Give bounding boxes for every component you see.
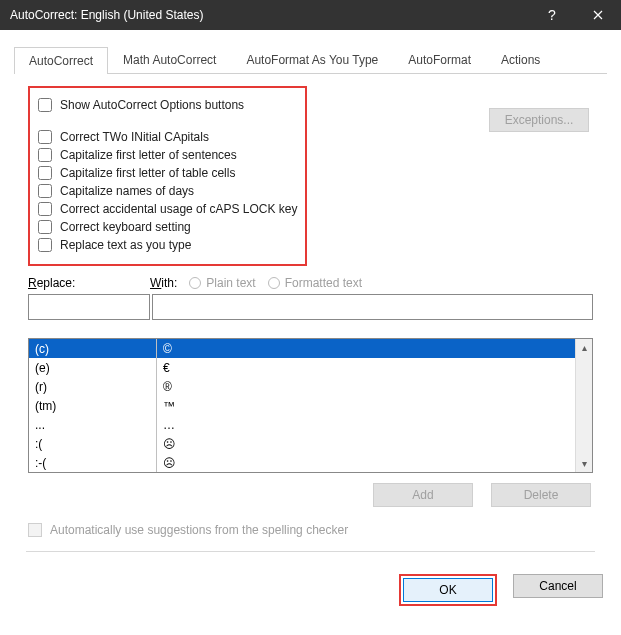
replace-table[interactable]: (c)©(e)€(r)®(tm)™...…:(☹:-(☹ ▴ ▾	[28, 338, 593, 473]
tab-autoformat-type[interactable]: AutoFormat As You Type	[231, 46, 393, 73]
table-row[interactable]: :(☹	[29, 434, 575, 453]
formatted-text-label: Formatted text	[285, 276, 362, 290]
table-cell-to: ®	[157, 377, 575, 396]
tab-bar: AutoCorrect Math AutoCorrect AutoFormat …	[14, 46, 607, 74]
cancel-button[interactable]: Cancel	[513, 574, 603, 598]
help-button[interactable]: ?	[529, 0, 575, 30]
exceptions-button: Exceptions...	[489, 108, 589, 132]
plain-text-radio	[189, 277, 201, 289]
formatted-text-radio	[268, 277, 280, 289]
replace-type-checkbox[interactable]	[38, 238, 52, 252]
table-scrollbar[interactable]: ▴ ▾	[575, 339, 592, 472]
caps-lock-label: Correct accidental usage of cAPS LOCK ke…	[60, 202, 297, 216]
table-cell-to: ☹	[157, 453, 575, 472]
show-options-label: Show AutoCorrect Options buttons	[60, 98, 244, 112]
show-options-checkbox[interactable]	[38, 98, 52, 112]
window-title: AutoCorrect: English (United States)	[10, 8, 529, 22]
table-cell-from: (tm)	[29, 396, 157, 415]
close-icon	[593, 10, 603, 20]
cap-days-checkbox[interactable]	[38, 184, 52, 198]
two-initial-label: Correct TWo INitial CApitals	[60, 130, 209, 144]
tab-autoformat[interactable]: AutoFormat	[393, 46, 486, 73]
table-row[interactable]: ...…	[29, 415, 575, 434]
caps-lock-checkbox[interactable]	[38, 202, 52, 216]
table-row[interactable]: :-(☹	[29, 453, 575, 472]
tab-actions[interactable]: Actions	[486, 46, 555, 73]
close-button[interactable]	[575, 0, 621, 30]
table-row[interactable]: (r)®	[29, 377, 575, 396]
auto-suggest-checkbox	[28, 523, 42, 537]
ok-button[interactable]: OK	[403, 578, 493, 602]
table-cell-from: :-(	[29, 453, 157, 472]
table-row[interactable]: (e)€	[29, 358, 575, 377]
cap-sentence-label: Capitalize first letter of sentences	[60, 148, 237, 162]
table-row[interactable]: (tm)™	[29, 396, 575, 415]
scroll-down-icon[interactable]: ▾	[576, 455, 592, 472]
dialog-footer: OK Cancel	[0, 564, 621, 620]
table-cell-from: (e)	[29, 358, 157, 377]
cap-days-label: Capitalize names of days	[60, 184, 194, 198]
options-highlight: Show AutoCorrect Options buttons Correct…	[28, 86, 307, 266]
scroll-up-icon[interactable]: ▴	[576, 339, 592, 356]
replace-type-label: Replace text as you type	[60, 238, 191, 252]
keyboard-checkbox[interactable]	[38, 220, 52, 234]
table-cell-to: ™	[157, 396, 575, 415]
table-cell-to: ©	[157, 339, 575, 358]
plain-text-label: Plain text	[206, 276, 255, 290]
table-cell-to: €	[157, 358, 575, 377]
with-input[interactable]	[152, 294, 593, 320]
cap-table-checkbox[interactable]	[38, 166, 52, 180]
ok-highlight: OK	[399, 574, 497, 606]
table-cell-to: …	[157, 415, 575, 434]
cap-sentence-checkbox[interactable]	[38, 148, 52, 162]
add-button: Add	[373, 483, 473, 507]
delete-button: Delete	[491, 483, 591, 507]
auto-suggest-label: Automatically use suggestions from the s…	[50, 523, 348, 537]
replace-label: Replace:	[28, 276, 150, 290]
title-bar: AutoCorrect: English (United States) ?	[0, 0, 621, 30]
table-cell-from: (c)	[29, 339, 157, 358]
two-initial-checkbox[interactable]	[38, 130, 52, 144]
tab-math-autocorrect[interactable]: Math AutoCorrect	[108, 46, 231, 73]
table-cell-to: ☹	[157, 434, 575, 453]
keyboard-label: Correct keyboard setting	[60, 220, 191, 234]
table-cell-from: ...	[29, 415, 157, 434]
with-label: With:	[150, 276, 177, 290]
table-cell-from: (r)	[29, 377, 157, 396]
cap-table-label: Capitalize first letter of table cells	[60, 166, 235, 180]
replace-input[interactable]	[28, 294, 150, 320]
table-cell-from: :(	[29, 434, 157, 453]
table-row[interactable]: (c)©	[29, 339, 575, 358]
tab-autocorrect[interactable]: AutoCorrect	[14, 47, 108, 74]
